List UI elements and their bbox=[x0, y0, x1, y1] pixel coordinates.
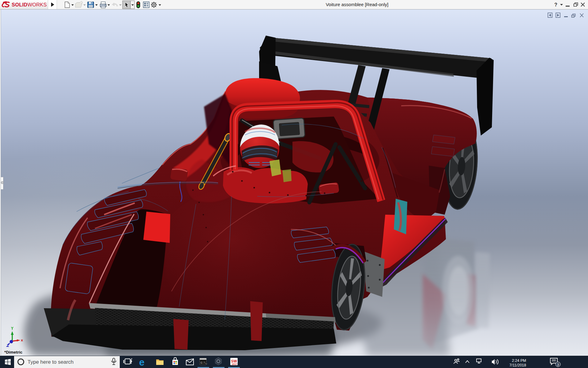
svg-text:C:\_: C:\_ bbox=[201, 362, 207, 365]
svg-text:Type here to search: Type here to search bbox=[28, 359, 74, 365]
svg-text:?: ? bbox=[554, 2, 557, 7]
svg-text:SOLIDWORKS: SOLIDWORKS bbox=[12, 2, 47, 7]
svg-text:3: 3 bbox=[557, 363, 559, 366]
svg-text:2017: 2017 bbox=[232, 363, 237, 366]
svg-text:e: e bbox=[139, 357, 145, 368]
svg-text:2:24 PM: 2:24 PM bbox=[512, 358, 526, 363]
svg-text:7/11/2018: 7/11/2018 bbox=[509, 363, 526, 367]
